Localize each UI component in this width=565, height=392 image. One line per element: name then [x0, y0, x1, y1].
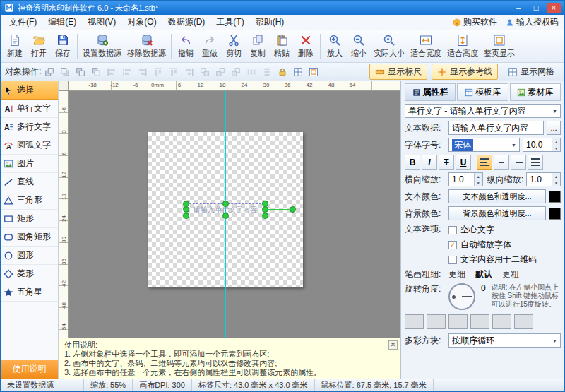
color-swatch[interactable]	[427, 314, 446, 329]
open-button[interactable]: 打开	[27, 32, 51, 60]
dial-dot-icon[interactable]	[452, 295, 456, 299]
same-height-icon[interactable]	[213, 65, 227, 79]
arrow-up-icon[interactable]: ▲	[552, 138, 560, 145]
bg-color-button[interactable]: 背景颜色和透明度...	[448, 206, 546, 220]
object-selector-dropdown[interactable]: 单行文字 - 请输入单行文字内容▼	[405, 104, 561, 118]
tool-single-line-text[interactable]: 单行文字	[1, 100, 58, 118]
arrow-down-icon[interactable]: ▼	[475, 179, 482, 186]
lock-icon[interactable]	[275, 65, 290, 79]
menu-help[interactable]: 帮助(H)	[250, 15, 290, 30]
tool-diamond[interactable]: 菱形	[1, 265, 58, 283]
rotation-dial[interactable]	[448, 283, 475, 310]
arrow-down-icon[interactable]: ▼	[552, 145, 560, 151]
strikethrough-button[interactable]: T	[439, 155, 454, 170]
italic-button[interactable]: I	[422, 155, 437, 170]
selection-handle[interactable]	[262, 213, 268, 219]
align-middle-icon[interactable]	[167, 65, 181, 79]
stepper-arrows[interactable]: ▲▼	[474, 173, 482, 186]
bold-button[interactable]: B	[405, 155, 420, 170]
tool-image[interactable]: 图片	[1, 155, 58, 173]
color-swatch[interactable]	[470, 314, 489, 329]
checkbox-icon[interactable]	[448, 256, 457, 264]
arrow-up-icon[interactable]: ▲	[475, 173, 482, 179]
multicolor-mode-dropdown[interactable]: 按顺序循环▼	[448, 333, 561, 348]
hollow-text-option[interactable]: 空心文字	[448, 224, 537, 236]
bring-to-front-icon[interactable]	[42, 65, 56, 79]
color-swatch[interactable]	[448, 314, 468, 329]
text-data-input[interactable]: 请输入单行文字内容	[448, 121, 544, 135]
new-button[interactable]: 新建	[3, 32, 27, 60]
align-left-icon[interactable]	[105, 65, 119, 79]
move-layer-up-icon[interactable]	[73, 65, 88, 79]
align-top-icon[interactable]	[151, 65, 165, 79]
stepper-arrows[interactable]: ▲▼	[552, 138, 560, 151]
distribute-vertical-icon[interactable]	[260, 65, 274, 79]
color-swatch[interactable]	[514, 314, 533, 329]
zoom-in-button[interactable]: 放大	[323, 32, 347, 60]
selection-handle[interactable]	[222, 201, 229, 207]
text-color-button[interactable]: 文本颜色和透明度...	[448, 189, 546, 203]
menu-object[interactable]: 对象(O)	[121, 15, 162, 30]
tool-star[interactable]: 五角星	[1, 283, 58, 302]
bg-color-swatch[interactable]	[549, 208, 561, 220]
font-family-dropdown[interactable]: 宋体▼	[448, 138, 520, 152]
send-to-back-icon[interactable]	[58, 65, 72, 79]
underline-button[interactable]: U	[456, 155, 471, 170]
distribute-horizontal-icon[interactable]	[244, 65, 258, 79]
undo-button[interactable]: 撤销	[174, 32, 198, 60]
remove-datasource-button[interactable]: 移除数据源	[124, 32, 169, 60]
stepper-arrows[interactable]: ▲▼	[552, 173, 560, 186]
same-size-icon[interactable]	[229, 65, 243, 79]
stroke-thicker-link[interactable]: 更粗	[502, 268, 519, 280]
stroke-thinner-link[interactable]: 更细	[448, 268, 465, 280]
usage-help-button[interactable]: 使用说明	[1, 360, 58, 379]
tab-templates[interactable]: 模板库	[457, 83, 508, 101]
align-left-button[interactable]	[477, 155, 492, 170]
buy-software-button[interactable]: 购买软件	[453, 16, 497, 28]
arrow-down-icon[interactable]: ▼	[552, 179, 560, 186]
paste-button[interactable]: 粘贴	[270, 32, 294, 60]
tool-triangle[interactable]: 三角形	[1, 191, 58, 210]
align-bottom-icon[interactable]	[182, 65, 196, 79]
minimize-button[interactable]: –	[511, 3, 525, 13]
menu-edit[interactable]: 编辑(E)	[42, 15, 82, 30]
close-icon[interactable]: ✕	[388, 340, 398, 350]
selection-handle[interactable]	[183, 206, 189, 213]
tool-select[interactable]: 选择	[1, 81, 58, 100]
align-center-button[interactable]	[494, 155, 509, 170]
selection-handle[interactable]	[222, 213, 229, 219]
close-button[interactable]: ×	[547, 3, 561, 13]
fit-height-button[interactable]: 适合高度	[444, 32, 481, 60]
menu-datasource[interactable]: 数据源(D)	[162, 15, 211, 30]
same-width-icon[interactable]	[198, 65, 212, 79]
actual-size-button[interactable]: 实际大小	[371, 32, 408, 60]
selection-handle[interactable]	[183, 213, 189, 219]
delete-button[interactable]: 删除	[294, 32, 318, 60]
menu-view[interactable]: 视图(V)	[82, 15, 121, 30]
align-center-horizontal-icon[interactable]	[120, 65, 134, 79]
show-grid-toggle[interactable]: 显示网格	[502, 64, 560, 80]
align-justify-button[interactable]	[528, 155, 543, 170]
align-right-icon[interactable]	[136, 65, 150, 79]
set-datasource-button[interactable]: 设置数据源	[80, 32, 124, 60]
menu-file[interactable]: 文件(F)	[4, 15, 42, 30]
enter-license-button[interactable]: 输入授权码	[506, 16, 559, 28]
rotation-handle[interactable]	[290, 206, 296, 213]
stroke-default-link[interactable]: 默认	[475, 268, 492, 280]
tab-properties[interactable]: 属性栏	[405, 83, 456, 101]
tool-line[interactable]: 直线	[1, 173, 58, 191]
fit-width-button[interactable]: 适合宽度	[408, 32, 444, 60]
h-scale-stepper[interactable]: 1.0▲▼	[448, 172, 483, 186]
show-ruler-toggle[interactable]: 显示标尺	[369, 64, 427, 80]
v-scale-stepper[interactable]: 1.0▲▼	[526, 172, 561, 186]
auto-scale-font-option[interactable]: 自动缩放字体	[448, 239, 537, 251]
tool-rounded-rectangle[interactable]: 圆角矩形	[1, 228, 58, 247]
color-swatch[interactable]	[405, 314, 424, 329]
copy-button[interactable]: 复制	[246, 32, 270, 60]
arrow-up-icon[interactable]: ▲	[552, 173, 560, 179]
maximize-button[interactable]: □	[529, 3, 543, 13]
tool-multi-line-text[interactable]: 多行文字	[1, 118, 58, 136]
grid-icon[interactable]	[291, 65, 305, 79]
redo-button[interactable]: 重做	[198, 32, 222, 60]
zoom-out-button[interactable]: 缩小	[347, 32, 371, 60]
